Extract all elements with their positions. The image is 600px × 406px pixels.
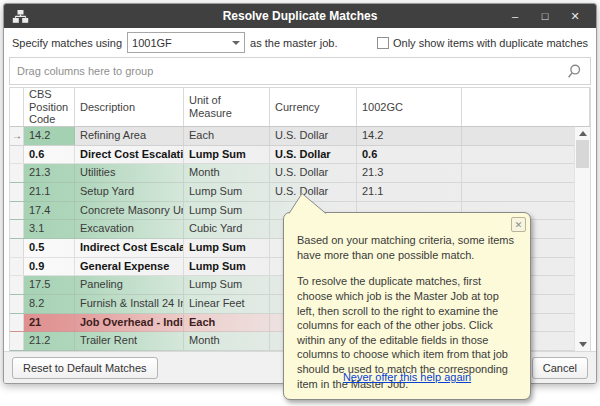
cancel-button[interactable]: Cancel (532, 357, 588, 379)
chevron-down-icon (232, 41, 240, 45)
cell-description[interactable]: Excavation (75, 220, 184, 238)
cell-cbs-position-code[interactable]: 21.2 (24, 332, 75, 350)
header-indicator (10, 88, 24, 126)
cell-unit-of-measure[interactable]: Month (184, 164, 270, 182)
header-cbs-position-code[interactable]: CBS Position Code (24, 88, 75, 126)
cell-currency[interactable]: U.S. Dollar (270, 127, 357, 145)
duplicate-filter-label: Only show items with duplicate matches (393, 37, 588, 49)
row-indicator (10, 183, 24, 201)
title-bar[interactable]: Resolve Duplicate Matches – □ ✕ (4, 4, 596, 28)
maximize-button[interactable]: □ (530, 5, 560, 27)
search-icon[interactable] (566, 63, 583, 80)
cell-description[interactable]: Trailer Rent (75, 332, 184, 350)
scroll-up-icon[interactable] (575, 127, 590, 140)
master-job-suffix-label: as the master job. (250, 37, 337, 49)
cell-unit-of-measure[interactable]: Month (184, 332, 270, 350)
balloon-text: Based on your matching criteria, some it… (284, 213, 530, 391)
screen: Resolve Duplicate Matches – □ ✕ Specify … (0, 0, 600, 406)
table-row[interactable]: 0.6Direct Cost EscalationLump SumU.S. Do… (10, 146, 590, 165)
org-chart-icon (12, 9, 29, 24)
row-indicator (10, 202, 24, 220)
row-indicator (10, 332, 24, 350)
cell-filler (462, 146, 590, 164)
cell-filler (462, 127, 590, 145)
cell-cbs-position-code[interactable]: 14.2 (24, 127, 75, 145)
master-job-dropdown[interactable]: 1001GF (127, 32, 245, 53)
cell-description[interactable]: Refining Area (75, 127, 184, 145)
row-indicator (10, 164, 24, 182)
cell-1002gc[interactable]: 0.6 (357, 146, 462, 164)
cell-unit-of-measure[interactable]: Lump Sum (184, 276, 270, 294)
scrollbar-thumb[interactable] (576, 140, 589, 168)
row-indicator (10, 314, 24, 332)
balloon-close-icon[interactable]: ✕ (511, 217, 526, 232)
cell-unit-of-measure[interactable]: Each (184, 127, 270, 145)
cell-currency[interactable]: U.S. Dollar (270, 146, 357, 164)
cell-unit-of-measure[interactable]: Lump Sum (184, 239, 270, 257)
cell-description[interactable]: Furnish & Install 24 Inch PVC (75, 295, 184, 313)
cell-description[interactable]: Paneling (75, 276, 184, 294)
row-indicator (10, 239, 24, 257)
header-1002gc[interactable]: 1002GC (357, 88, 462, 126)
help-balloon: ✕ Based on your matching criteria, some … (283, 212, 531, 400)
duplicate-filter-checkbox-wrap[interactable]: Only show items with duplicate matches (377, 37, 588, 49)
toolbar: Specify matches using 1001GF as the mast… (4, 28, 596, 57)
cell-unit-of-measure[interactable]: Lump Sum (184, 202, 270, 220)
cell-unit-of-measure[interactable]: Each (184, 314, 270, 332)
close-button[interactable]: ✕ (560, 5, 590, 27)
row-indicator (10, 146, 24, 164)
cell-cbs-position-code[interactable]: 21 (24, 314, 75, 332)
cell-1002gc[interactable]: 21.3 (357, 164, 462, 182)
cell-unit-of-measure[interactable]: Linear Feet (184, 295, 270, 313)
specify-matches-label: Specify matches using (12, 37, 122, 49)
never-offer-help-link[interactable]: Never offer this help again (343, 371, 471, 383)
header-filler (462, 88, 590, 126)
cell-cbs-position-code[interactable]: 17.5 (24, 276, 75, 294)
row-indicator (10, 220, 24, 238)
group-by-hint: Drag columns here to group (17, 65, 153, 77)
cell-filler (462, 183, 590, 201)
cell-description[interactable]: General Expense (75, 258, 184, 276)
cell-cbs-position-code[interactable]: 0.6 (24, 146, 75, 164)
duplicate-filter-checkbox[interactable] (377, 37, 389, 49)
cell-filler (462, 164, 590, 182)
scroll-down-icon[interactable] (575, 338, 590, 351)
cell-unit-of-measure[interactable]: Lump Sum (184, 146, 270, 164)
table-row[interactable]: →14.2Refining AreaEachU.S. Dollar14.2 (10, 127, 590, 146)
grid-header: CBS Position Code Description Unit of Me… (10, 87, 590, 127)
row-indicator: → (10, 127, 24, 145)
group-by-bar[interactable]: Drag columns here to group (9, 57, 591, 85)
cell-cbs-position-code[interactable]: 0.5 (24, 239, 75, 257)
cell-description[interactable]: Direct Cost Escalation (75, 146, 184, 164)
reset-to-default-matches-button[interactable]: Reset to Default Matches (12, 357, 158, 379)
cell-cbs-position-code[interactable]: 21.1 (24, 183, 75, 201)
cell-unit-of-measure[interactable]: Lump Sum (184, 183, 270, 201)
cell-cbs-position-code[interactable]: 8.2 (24, 295, 75, 313)
cell-description[interactable]: Utilities (75, 164, 184, 182)
vertical-scrollbar[interactable] (574, 127, 590, 351)
header-currency[interactable]: Currency (270, 88, 357, 126)
header-unit-of-measure[interactable]: Unit of Measure (184, 88, 270, 126)
master-job-value: 1001GF (132, 37, 172, 49)
cell-cbs-position-code[interactable]: 0.9 (24, 258, 75, 276)
row-indicator (10, 258, 24, 276)
balloon-paragraph-1: Based on your matching criteria, some it… (297, 233, 517, 262)
cell-cbs-position-code[interactable]: 3.1 (24, 220, 75, 238)
cell-currency[interactable]: U.S. Dollar (270, 164, 357, 182)
cell-unit-of-measure[interactable]: Cubic Yard (184, 220, 270, 238)
minimize-button[interactable]: – (500, 5, 530, 27)
cell-unit-of-measure[interactable]: Lump Sum (184, 258, 270, 276)
cell-description[interactable]: Setup Yard (75, 183, 184, 201)
cell-cbs-position-code[interactable]: 17.4 (24, 202, 75, 220)
cell-cbs-position-code[interactable]: 21.3 (24, 164, 75, 182)
header-description[interactable]: Description (75, 88, 184, 126)
row-indicator (10, 295, 24, 313)
balloon-tail (289, 193, 327, 214)
row-indicator (10, 276, 24, 294)
cell-description[interactable]: Indirect Cost Escalation (75, 239, 184, 257)
table-row[interactable]: 21.3UtilitiesMonthU.S. Dollar21.3 (10, 164, 590, 183)
cell-1002gc[interactable]: 14.2 (357, 127, 462, 145)
cell-description[interactable]: Job Overhead - Indire... (75, 314, 184, 332)
cell-description[interactable]: Concrete Masonry Units (75, 202, 184, 220)
cell-1002gc[interactable]: 21.1 (357, 183, 462, 201)
